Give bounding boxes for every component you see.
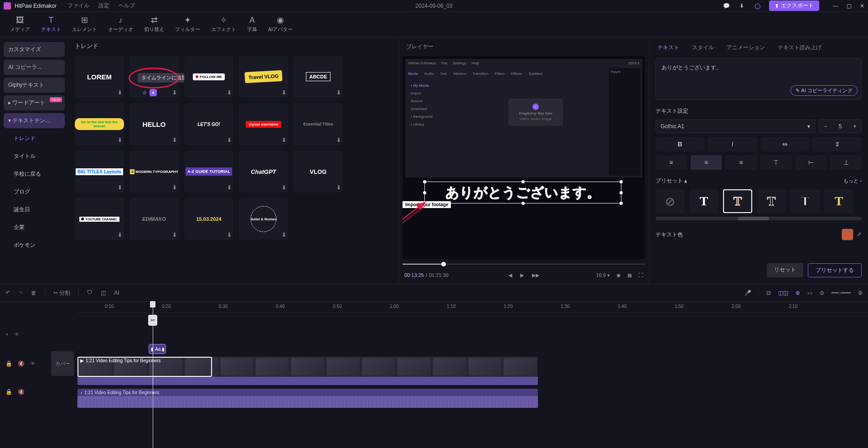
template-item[interactable]: EDIMAKO⬇ — [129, 198, 179, 240]
download-icon[interactable]: ⬇ — [282, 89, 286, 96]
zoom-slider[interactable]: ━━○━━━ — [832, 290, 851, 296]
timeline-ruler[interactable]: 0:100:200:300:400:501:001:101:201:301:40… — [78, 302, 868, 313]
text-clip[interactable]: ▮ Aa ▮ — [149, 344, 166, 354]
feedback-icon[interactable]: 💬 — [723, 2, 730, 10]
template-item[interactable]: Essential Titles⬇ — [294, 103, 343, 145]
template-item[interactable]: VLOG⬇ — [294, 151, 343, 193]
preset-item[interactable]: T — [790, 189, 820, 213]
resize-handle[interactable] — [620, 202, 623, 205]
letter-spacing-button[interactable]: ⇔ — [760, 137, 809, 151]
sidebar-item[interactable]: ポケモン — [4, 238, 65, 253]
mic-icon[interactable]: 🎤 — [744, 290, 751, 296]
eye-icon[interactable]: 👁 — [30, 360, 36, 367]
resize-handle[interactable] — [522, 180, 525, 183]
player-canvas[interactable]: HitPaw Edimakor File Settings Help 2023-… — [403, 56, 645, 259]
size-value[interactable]: 5 — [832, 123, 848, 130]
lock-icon[interactable]: 🔒 — [5, 360, 12, 367]
ai-copywriting-button[interactable]: ✎ AI コピーライティング — [790, 85, 858, 96]
sidebar-item[interactable]: AI コピーラ... — [4, 60, 65, 75]
preset-item[interactable]: T — [757, 189, 786, 213]
template-item[interactable]: LET'S GO!⬇ — [184, 103, 233, 145]
download-icon[interactable]: ⬇ — [118, 232, 122, 238]
tool-icon[interactable]: ⊟ — [766, 290, 771, 296]
cut-icon[interactable]: ✂ — [148, 315, 157, 326]
tab-element[interactable]: ⊞エレメント — [67, 13, 102, 36]
close-icon[interactable]: ✕ — [860, 3, 864, 9]
template-item[interactable]: ABCDE⬇ — [294, 56, 343, 98]
download-icon[interactable]: ⬇ — [282, 184, 286, 191]
crop-icon[interactable]: ◫ — [101, 290, 106, 296]
align-center-button[interactable]: ≡ — [691, 155, 722, 170]
sidebar-item[interactable]: 企業 — [4, 220, 65, 235]
tab-effect[interactable]: ✧エフェクト — [207, 13, 241, 36]
magnet-icon[interactable]: ⌖ — [5, 331, 9, 338]
timeline[interactable]: 0:100:200:300:400:501:001:101:201:301:40… — [0, 302, 868, 448]
menu-help[interactable]: ヘルプ — [119, 2, 135, 10]
template-item[interactable]: FOLLOW ME⬇ — [184, 56, 233, 98]
snapshot-icon[interactable]: ◉ — [616, 272, 621, 278]
font-select[interactable]: Gothic A1 ▾ — [656, 120, 815, 133]
template-item[interactable]: Juliet & Romeo⬇ — [239, 198, 288, 240]
download-icon[interactable]: ⬇ — [172, 232, 177, 238]
template-item[interactable]: 2MODERN TYPOGRAPHY⬇ — [129, 151, 179, 193]
download-icon[interactable]: ⬇ — [282, 232, 286, 238]
valign-bottom-button[interactable]: ⊥ — [830, 155, 862, 170]
valign-top-button[interactable]: ⊤ — [760, 155, 792, 170]
download-icon[interactable]: ⬇ — [172, 184, 177, 191]
download-icon[interactable]: ⬇ — [738, 2, 745, 10]
preset-item[interactable]: T — [723, 189, 752, 213]
sidebar-item[interactable]: タイトル — [4, 149, 65, 164]
aspect-ratio[interactable]: 16:9 ▾ — [596, 272, 610, 278]
preset-none[interactable]: ⊘ — [656, 189, 685, 213]
zoom-out-icon[interactable]: ⊖ — [820, 290, 824, 296]
preset-scrollbar[interactable] — [656, 217, 862, 220]
tab-subtitle[interactable]: A字幕 — [243, 13, 262, 36]
text-input[interactable]: ありがとうございます。 ✎ AI コピーライティング — [656, 58, 862, 100]
next-frame-icon[interactable]: ▶▶ — [532, 272, 539, 278]
tab-text[interactable]: Tテキスト — [36, 13, 66, 36]
audio-clip[interactable]: ♪1:21 Video Editing Tips for Beginners — [78, 389, 538, 408]
template-item[interactable]: A-Z GUIDE TUTORIAL⬇ — [184, 151, 233, 193]
size-decrease[interactable]: − — [819, 120, 832, 133]
reset-button[interactable]: リセット — [767, 263, 803, 277]
lock-icon[interactable]: 🔒 — [5, 389, 12, 395]
italic-button[interactable]: I — [708, 137, 757, 151]
template-item[interactable]: @your username⬇ — [239, 103, 288, 145]
download-icon[interactable]: ⬇ — [172, 89, 177, 96]
tool-icon[interactable]: ◫◫ — [778, 290, 788, 296]
valign-middle-button[interactable]: ⊢ — [796, 155, 827, 170]
template-item[interactable]: 15.03.2024⬇ — [184, 198, 233, 240]
download-icon[interactable]: ⬇ — [227, 89, 232, 96]
tab-transition[interactable]: ⇄切り替え — [140, 13, 169, 36]
player-scrubber[interactable] — [403, 262, 645, 266]
account-icon[interactable]: ◯ — [754, 2, 761, 10]
sidebar-item[interactable]: ▾ テキストテン... — [4, 113, 65, 128]
resize-handle[interactable] — [522, 202, 525, 205]
sidebar-item[interactable]: 学校に戻る — [4, 167, 65, 182]
preset-more[interactable]: もっと › — [843, 177, 862, 184]
play-icon[interactable]: ▶ — [520, 272, 524, 278]
prev-frame-icon[interactable]: ◀ — [508, 272, 512, 278]
maximize-icon[interactable]: ▢ — [847, 3, 852, 9]
playhead[interactable]: ✂ — [153, 302, 153, 448]
align-left-button[interactable]: ≡ — [656, 155, 687, 170]
download-icon[interactable]: ⬇ — [336, 89, 341, 96]
download-icon[interactable]: ⬇ — [118, 89, 122, 96]
split-button[interactable]: ✂ 分割 — [53, 289, 70, 297]
line-height-button[interactable]: ⇕ — [813, 137, 862, 151]
align-right-button[interactable]: ≡ — [725, 155, 757, 170]
template-item[interactable]: BIG TITLES Layouts⬇ — [75, 151, 124, 193]
text-overlay[interactable]: ありがとうございます。 — [424, 182, 621, 203]
sidebar-item[interactable]: ブログ — [4, 184, 65, 199]
sidebar-item[interactable]: トレンド — [4, 131, 65, 146]
template-item[interactable]: Go to the sea feel the breeze⬇ — [75, 103, 124, 145]
download-icon[interactable]: ⬇ — [227, 137, 232, 143]
tab-text[interactable]: テキスト — [657, 44, 679, 52]
eye-icon[interactable]: 👁 — [14, 331, 20, 338]
download-icon[interactable]: ⬇ — [336, 184, 341, 191]
eyedropper-icon[interactable]: ✐ — [857, 231, 862, 238]
tab-audio[interactable]: ♪オーディオ — [103, 13, 138, 36]
tab-style[interactable]: スタイル — [692, 44, 714, 52]
tab-tts[interactable]: テキスト読み上げ — [778, 44, 822, 52]
zoom-in-icon[interactable]: ⊕ — [858, 290, 863, 296]
